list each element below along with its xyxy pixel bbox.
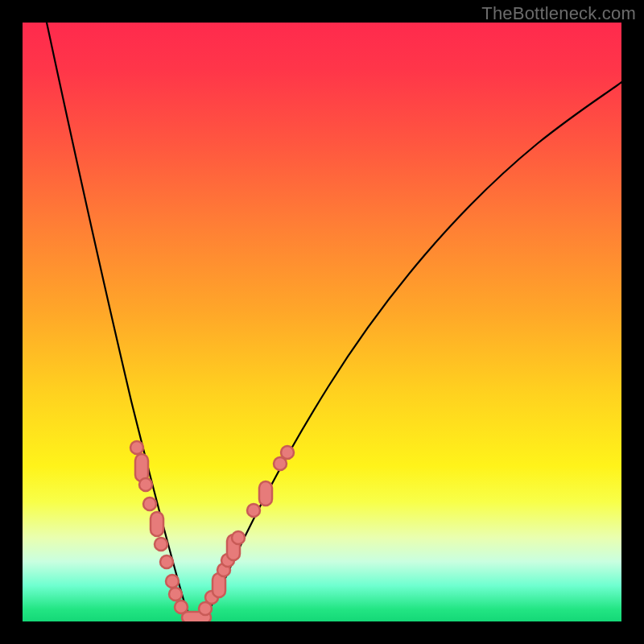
data-point [139, 478, 152, 491]
data-point [166, 575, 179, 588]
chart-frame: TheBottleneck.com [0, 0, 644, 644]
data-point [247, 504, 260, 517]
data-point [155, 538, 167, 551]
curve-left-branch [47, 23, 193, 620]
data-point [130, 441, 143, 454]
data-point [169, 588, 182, 601]
bottleneck-curve-svg [23, 23, 621, 621]
curve-right-branch [200, 82, 621, 620]
data-point [281, 446, 294, 459]
plot-area [23, 23, 621, 621]
data-point [151, 512, 163, 536]
watermark-text: TheBottleneck.com [481, 3, 636, 24]
data-point [259, 481, 272, 506]
data-point [160, 555, 173, 568]
data-point [232, 531, 245, 544]
data-point [143, 497, 156, 510]
